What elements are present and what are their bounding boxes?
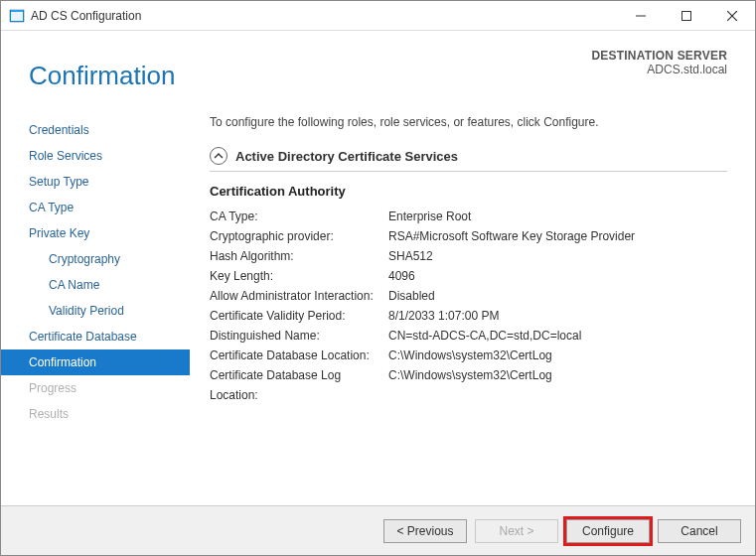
section-title: Active Directory Certificate Services <box>235 149 458 164</box>
nav-item-setup-type[interactable]: Setup Type <box>1 169 190 195</box>
properties-list: CA Type:Enterprise RootCryptographic pro… <box>210 207 727 405</box>
property-key: Cryptographic provider: <box>210 226 388 246</box>
nav-item-confirmation[interactable]: Confirmation <box>1 349 190 375</box>
property-value: C:\Windows\system32\CertLog <box>388 365 727 405</box>
next-button: Next > <box>475 519 558 543</box>
cancel-button[interactable]: Cancel <box>658 519 741 543</box>
chevron-up-icon <box>210 147 227 165</box>
property-row: Certificate Database Location:C:\Windows… <box>210 346 727 365</box>
nav-item-ca-name[interactable]: CA Name <box>1 272 190 298</box>
property-value: Enterprise Root <box>388 207 727 226</box>
property-key: Distinguished Name: <box>210 326 388 346</box>
nav-item-ca-type[interactable]: CA Type <box>1 195 190 220</box>
property-key: Certificate Database Log Location: <box>210 365 388 405</box>
previous-button[interactable]: < Previous <box>383 519 467 543</box>
property-value: C:\Windows\system32\CertLog <box>388 346 727 365</box>
configure-button[interactable]: Configure <box>566 519 650 543</box>
property-row: Key Length:4096 <box>210 266 727 286</box>
nav-item-role-services[interactable]: Role Services <box>1 143 190 169</box>
property-value: 4096 <box>388 266 727 286</box>
nav-item-cryptography[interactable]: Cryptography <box>1 246 190 272</box>
header: DESTINATION SERVER ADCS.std.local Confir… <box>1 31 755 109</box>
property-key: Certificate Validity Period: <box>210 306 388 326</box>
property-key: Certificate Database Location: <box>210 346 388 365</box>
destination-server-title: DESTINATION SERVER <box>591 49 727 63</box>
destination-server-host: ADCS.std.local <box>591 63 727 76</box>
property-value: SHA512 <box>388 246 727 266</box>
property-value: 8/1/2033 1:07:00 PM <box>388 306 727 326</box>
intro-text: To configure the following roles, role s… <box>210 115 727 129</box>
sidebar: CredentialsRole ServicesSetup TypeCA Typ… <box>1 109 190 529</box>
property-key: CA Type: <box>210 207 388 226</box>
body: CredentialsRole ServicesSetup TypeCA Typ… <box>1 109 755 529</box>
close-button[interactable] <box>709 1 755 30</box>
section-header[interactable]: Active Directory Certificate Services <box>210 147 727 172</box>
subsection-title: Certification Authority <box>210 184 727 199</box>
property-key: Hash Algorithm: <box>210 246 388 266</box>
property-value: RSA#Microsoft Software Key Storage Provi… <box>388 226 727 246</box>
nav-item-private-key[interactable]: Private Key <box>1 220 190 246</box>
nav-item-credentials[interactable]: Credentials <box>1 117 190 143</box>
content: To configure the following roles, role s… <box>190 109 755 529</box>
property-row: Hash Algorithm:SHA512 <box>210 246 727 266</box>
property-row: CA Type:Enterprise Root <box>210 207 727 226</box>
nav-item-progress: Progress <box>1 375 190 401</box>
property-value: Disabled <box>388 286 727 306</box>
titlebar: AD CS Configuration <box>1 1 755 31</box>
property-row: Cryptographic provider:RSA#Microsoft Sof… <box>210 226 727 246</box>
window-title: AD CS Configuration <box>31 9 618 23</box>
property-row: Distinguished Name:CN=std-ADCS-CA,DC=std… <box>210 326 727 346</box>
svg-rect-1 <box>11 12 23 21</box>
minimize-button[interactable] <box>618 1 664 30</box>
property-row: Certificate Database Log Location:C:\Win… <box>210 365 727 405</box>
footer: < Previous Next > Configure Cancel <box>1 505 755 555</box>
property-key: Key Length: <box>210 266 388 286</box>
property-value: CN=std-ADCS-CA,DC=std,DC=local <box>388 326 727 346</box>
property-key: Allow Administrator Interaction: <box>210 286 388 306</box>
property-row: Allow Administrator Interaction:Disabled <box>210 286 727 306</box>
window-controls <box>618 1 755 30</box>
svg-rect-4 <box>682 11 691 20</box>
nav-item-certificate-database[interactable]: Certificate Database <box>1 324 190 349</box>
svg-rect-2 <box>11 10 23 12</box>
nav-item-results: Results <box>1 401 190 427</box>
maximize-button[interactable] <box>664 1 709 30</box>
property-row: Certificate Validity Period:8/1/2033 1:0… <box>210 306 727 326</box>
nav-item-validity-period[interactable]: Validity Period <box>1 298 190 324</box>
app-icon <box>9 8 25 24</box>
destination-server-label: DESTINATION SERVER ADCS.std.local <box>591 49 727 76</box>
